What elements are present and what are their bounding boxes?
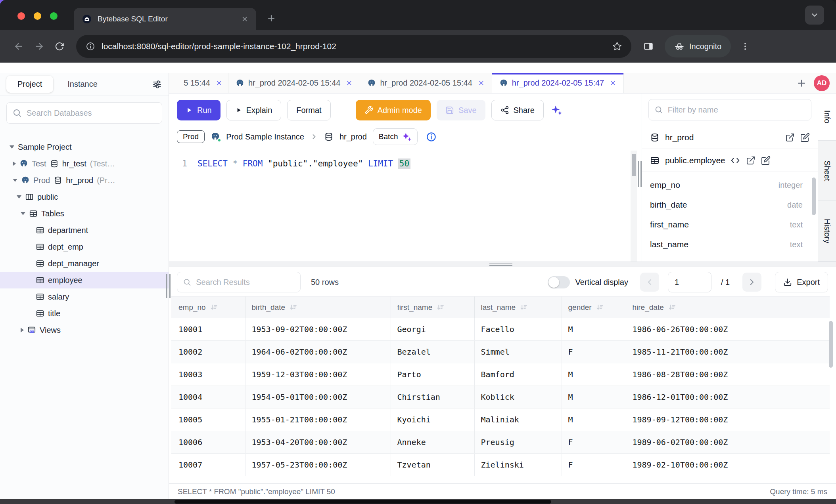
connection-info-icon[interactable] (426, 132, 437, 142)
close-icon[interactable] (610, 80, 616, 86)
table-row[interactable]: 100041954-05-01T00:00:00ZChirstianKoblic… (171, 386, 830, 409)
panel-database-row[interactable]: hr_prod (642, 126, 818, 149)
column-header-first-name[interactable]: first_name (391, 297, 474, 318)
close-icon[interactable] (216, 80, 222, 86)
tree-item-table-salary[interactable]: salary (0, 288, 169, 305)
new-browser-tab-button[interactable] (267, 13, 276, 25)
back-button[interactable] (10, 38, 27, 55)
sort-icon[interactable] (210, 303, 218, 311)
column-header-last-name[interactable]: last_name (474, 297, 562, 318)
column-row[interactable]: birth_date date (650, 195, 810, 215)
sort-icon[interactable] (436, 303, 445, 311)
sort-icon[interactable] (289, 303, 297, 311)
database-search-box[interactable] (6, 102, 162, 124)
sidebar-resize-handle[interactable] (166, 274, 172, 304)
tree-item-table-dept-manager[interactable]: dept_manager (0, 255, 169, 272)
toggle-knob[interactable] (548, 277, 559, 288)
tab-instance[interactable]: Instance (67, 80, 98, 89)
tree-item-schema-public[interactable]: public (0, 189, 169, 205)
tree-item-table-employee-selected[interactable]: employee (0, 272, 169, 288)
results-resize-handle[interactable] (169, 262, 836, 267)
reload-button[interactable] (52, 38, 67, 54)
breadcrumb-database-name[interactable]: hr_prod (339, 132, 367, 141)
admin-mode-button[interactable]: Admin mode (356, 100, 431, 120)
bookmark-star-icon[interactable] (612, 42, 622, 51)
results-search-input[interactable] (196, 278, 295, 287)
column-header-emp-no[interactable]: emp_no (171, 297, 245, 318)
table-row[interactable]: 100071957-05-23T00:00:00ZTzvetanZielinsk… (171, 454, 830, 476)
caret-down-icon[interactable] (10, 145, 14, 149)
editor-tab-2[interactable]: hr_prod 2024-02-05 15:44 (360, 73, 492, 93)
tab-search-button[interactable] (805, 6, 824, 25)
window-minimize-button[interactable] (34, 12, 41, 20)
new-sheet-button[interactable] (792, 78, 811, 88)
share-button[interactable]: Share (491, 100, 544, 120)
view-table-code-button[interactable] (730, 155, 740, 166)
results-search-box[interactable] (177, 272, 301, 292)
url-text[interactable]: localhost:8080/sql-editor/prod-sample-in… (102, 42, 606, 51)
tab-project[interactable]: Project (6, 76, 53, 93)
sort-icon[interactable] (596, 303, 604, 311)
tree-group-views[interactable]: Views (0, 322, 169, 338)
column-list-scrollbar[interactable] (812, 178, 816, 215)
caret-right-icon[interactable] (13, 161, 16, 166)
batch-button[interactable]: Batch (373, 128, 418, 145)
prev-page-button[interactable] (640, 273, 659, 292)
table-row[interactable]: 100031959-12-03T00:00:00ZPartoBamfordM19… (171, 363, 830, 386)
save-button[interactable]: Save (437, 100, 485, 120)
sort-icon[interactable] (668, 303, 676, 311)
forward-button[interactable] (31, 38, 48, 55)
browser-menu-button[interactable] (740, 42, 750, 51)
column-header-hire-date[interactable]: hire_date (626, 297, 774, 318)
export-button[interactable]: Export (775, 272, 828, 292)
sidebar-settings-button[interactable] (152, 79, 162, 90)
table-row[interactable]: 100011953-09-02T00:00:00ZGeorgiFacelloM1… (171, 318, 830, 341)
column-header-birth-date[interactable]: birth_date (245, 297, 391, 318)
column-row[interactable]: first_name text (650, 215, 810, 235)
tab-sheet[interactable]: Sheet (818, 141, 836, 201)
site-info-icon[interactable] (86, 42, 95, 51)
tree-item-table-department[interactable]: department (0, 222, 169, 239)
drag-grip[interactable] (489, 263, 512, 266)
open-database-external-button[interactable] (785, 133, 795, 142)
table-row[interactable]: 100021964-06-02T00:00:00ZBezalelSimmelF1… (171, 341, 830, 363)
caret-right-icon[interactable] (21, 328, 24, 332)
column-header-gender[interactable]: gender (562, 297, 626, 318)
url-bar[interactable]: localhost:8080/sql-editor/prod-sample-in… (76, 35, 631, 58)
browser-tab[interactable]: Bytebase SQL Editor (74, 8, 256, 30)
page-number-input[interactable] (668, 272, 711, 292)
column-row[interactable]: emp_no integer (650, 175, 810, 195)
tab-history[interactable]: History (818, 201, 836, 262)
caret-down-icon[interactable] (21, 212, 25, 215)
ai-assistant-button[interactable] (550, 104, 562, 116)
tree-item-project[interactable]: Sample Project (0, 139, 169, 155)
editor-tab-partial[interactable]: 5 15:44 (169, 73, 228, 93)
close-icon[interactable] (478, 80, 485, 86)
schema-filter-input[interactable] (668, 105, 805, 115)
tree-item-prod-database[interactable]: Prod hr_prod (Pr… (0, 172, 169, 189)
table-row[interactable]: 100061953-04-20T00:00:00ZAnnekePreusigF1… (171, 431, 830, 454)
edit-table-button[interactable] (761, 156, 771, 165)
caret-down-icon[interactable] (13, 179, 17, 182)
tree-group-tables[interactable]: Tables (0, 205, 169, 222)
browser-tab-close-icon[interactable] (241, 15, 248, 23)
edit-database-button[interactable] (800, 133, 810, 142)
vertical-display-toggle[interactable] (548, 276, 570, 288)
user-avatar[interactable]: AD (814, 75, 830, 91)
tree-item-table-title[interactable]: title (0, 305, 169, 322)
sql-editor[interactable]: 1 SELECT * FROM "public"."employee" LIMI… (169, 151, 637, 262)
editor-tab-1[interactable]: hr_prod 2024-02-05 15:44 (228, 73, 360, 93)
window-zoom-button[interactable] (50, 12, 58, 20)
next-page-button[interactable] (742, 273, 761, 292)
format-button[interactable]: Format (287, 100, 330, 120)
editor-tab-active[interactable]: hr_prod 2024-02-05 15:47 (492, 73, 624, 93)
panel-table-row[interactable]: public.employee (642, 149, 818, 172)
close-icon[interactable] (346, 80, 353, 86)
window-close-button[interactable] (17, 12, 25, 20)
tab-info[interactable]: Info (818, 94, 836, 141)
tree-item-test-database[interactable]: Test hr_test (Test… (0, 155, 169, 172)
panel-resize-handle[interactable] (637, 94, 642, 262)
open-table-external-button[interactable] (746, 156, 755, 165)
table-row[interactable]: 100051955-01-21T00:00:00ZKyoichiMaliniak… (171, 409, 830, 431)
run-button[interactable]: Run (177, 100, 221, 120)
